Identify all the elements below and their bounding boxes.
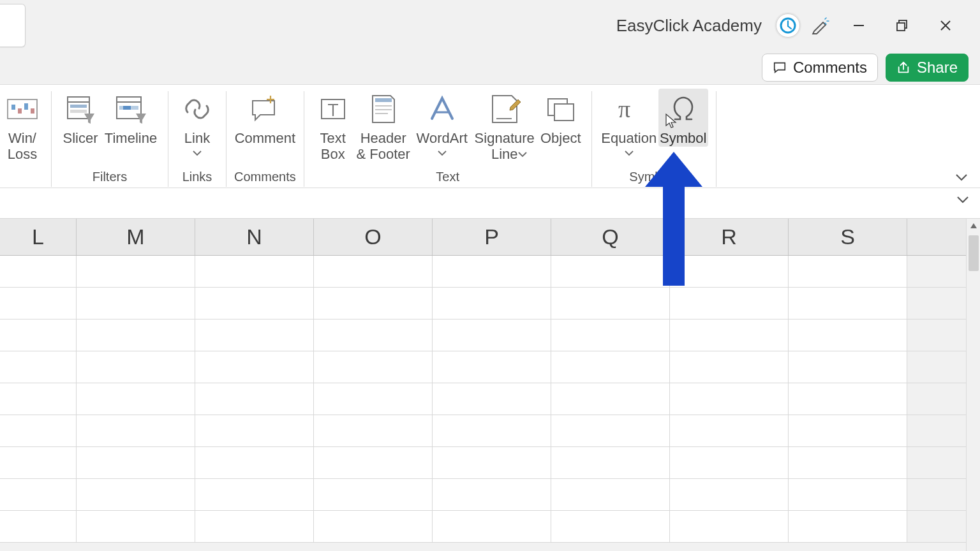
cell[interactable]: [433, 351, 551, 383]
cell[interactable]: [551, 511, 670, 542]
cell[interactable]: [195, 479, 314, 510]
cell[interactable]: [0, 320, 77, 351]
timeline-button[interactable]: Timeline: [101, 89, 160, 147]
wordart-button[interactable]: WordArt: [413, 89, 471, 157]
winloss-button[interactable]: Win/ Loss: [1, 89, 43, 162]
column-header[interactable]: N: [195, 219, 314, 255]
cell[interactable]: [789, 415, 907, 446]
cell[interactable]: [789, 288, 907, 319]
cell[interactable]: [670, 511, 789, 542]
cell[interactable]: [433, 256, 551, 287]
cell[interactable]: [551, 351, 670, 383]
cell[interactable]: [0, 256, 77, 287]
cell[interactable]: [195, 447, 314, 478]
cell[interactable]: [433, 415, 551, 446]
column-header[interactable]: R: [670, 219, 789, 255]
cell[interactable]: [789, 447, 907, 478]
cell[interactable]: [77, 479, 195, 510]
object-button[interactable]: Object: [538, 89, 584, 147]
cell[interactable]: [551, 320, 670, 351]
cell[interactable]: [314, 351, 433, 383]
cell[interactable]: [670, 383, 789, 415]
comment-button[interactable]: Comment: [235, 89, 294, 147]
cell[interactable]: [195, 351, 314, 383]
cell[interactable]: [314, 511, 433, 542]
column-header[interactable]: P: [433, 219, 551, 255]
cell[interactable]: [551, 256, 670, 287]
cell[interactable]: [551, 479, 670, 510]
cell[interactable]: [670, 256, 789, 287]
cell[interactable]: [77, 320, 195, 351]
cell[interactable]: [789, 511, 907, 542]
column-header[interactable]: O: [314, 219, 433, 255]
cell[interactable]: [195, 511, 314, 542]
share-button[interactable]: Share: [886, 54, 969, 82]
cell[interactable]: [195, 320, 314, 351]
comments-button[interactable]: Comments: [762, 54, 878, 82]
cell[interactable]: [77, 415, 195, 446]
cell[interactable]: [314, 447, 433, 478]
cell[interactable]: [77, 447, 195, 478]
cell[interactable]: [433, 511, 551, 542]
minimize-icon[interactable]: [840, 11, 878, 40]
headerfooter-button[interactable]: Header & Footer: [354, 89, 413, 162]
cell[interactable]: [551, 383, 670, 415]
pen-sparkle-icon[interactable]: [805, 16, 835, 35]
vertical-scrollbar[interactable]: [966, 219, 980, 551]
cell[interactable]: [670, 288, 789, 319]
column-header[interactable]: S: [789, 219, 907, 255]
cell[interactable]: [314, 256, 433, 287]
cell[interactable]: [77, 351, 195, 383]
cell[interactable]: [314, 288, 433, 319]
grid-body[interactable]: [0, 256, 980, 543]
cell[interactable]: [789, 256, 907, 287]
formula-bar-expand-icon[interactable]: [956, 195, 970, 205]
signature-line-button[interactable]: Signature Line: [471, 89, 538, 158]
ribbon-collapse-chevron-icon[interactable]: [954, 172, 969, 182]
cell[interactable]: [0, 288, 77, 319]
cell[interactable]: [314, 383, 433, 415]
cell[interactable]: [0, 383, 77, 415]
cell[interactable]: [670, 479, 789, 510]
cell[interactable]: [195, 415, 314, 446]
cell[interactable]: [195, 383, 314, 415]
cell[interactable]: [551, 447, 670, 478]
cell[interactable]: [0, 415, 77, 446]
column-header[interactable]: M: [77, 219, 195, 255]
equation-button[interactable]: π Equation: [600, 89, 658, 157]
cell[interactable]: [789, 351, 907, 383]
cell[interactable]: [551, 288, 670, 319]
scroll-up-icon[interactable]: [967, 219, 980, 233]
cell[interactable]: [433, 288, 551, 319]
cell[interactable]: [77, 256, 195, 287]
close-icon[interactable]: [926, 11, 965, 40]
cell[interactable]: [195, 256, 314, 287]
textbox-button[interactable]: Text Box: [312, 89, 354, 162]
cell[interactable]: [77, 288, 195, 319]
cell[interactable]: [670, 320, 789, 351]
column-header[interactable]: Q: [551, 219, 670, 255]
account-logo-icon[interactable]: [776, 13, 800, 38]
cell[interactable]: [195, 288, 314, 319]
cell[interactable]: [0, 351, 77, 383]
cell[interactable]: [0, 511, 77, 542]
cell[interactable]: [551, 415, 670, 446]
slicer-button[interactable]: Slicer: [59, 89, 101, 147]
cell[interactable]: [670, 447, 789, 478]
cell[interactable]: [0, 447, 77, 478]
cell[interactable]: [314, 320, 433, 351]
cell[interactable]: [0, 479, 77, 510]
cell[interactable]: [433, 383, 551, 415]
cell[interactable]: [789, 383, 907, 415]
cell[interactable]: [77, 383, 195, 415]
cell[interactable]: [670, 415, 789, 446]
cell[interactable]: [670, 351, 789, 383]
cell[interactable]: [433, 447, 551, 478]
scroll-thumb[interactable]: [969, 235, 979, 271]
cell[interactable]: [433, 479, 551, 510]
restore-icon[interactable]: [883, 11, 921, 40]
cell[interactable]: [433, 320, 551, 351]
link-button[interactable]: Link: [176, 89, 218, 157]
cell[interactable]: [314, 479, 433, 510]
cell[interactable]: [789, 320, 907, 351]
